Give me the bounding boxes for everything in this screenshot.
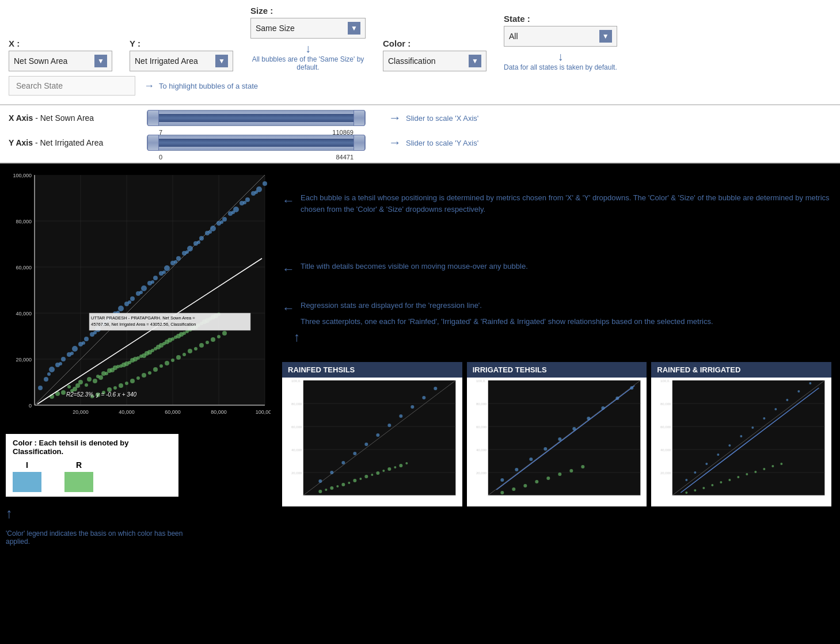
svg-point-268: [809, 382, 812, 384]
svg-point-153: [174, 260, 177, 264]
size-dropdown-arrow[interactable]: ▼: [348, 22, 360, 35]
bottom-plots: RAINFED TEHSILS: [282, 362, 831, 506]
size-hint: All bubbles are of the 'Same Size' by de…: [250, 55, 366, 71]
x-axis-slider-track[interactable]: 7 110869: [147, 110, 366, 126]
svg-point-121: [245, 197, 250, 202]
y-axis-slider-track[interactable]: 0 84471: [147, 135, 366, 151]
x-axis-slider-handle-left[interactable]: [147, 110, 159, 126]
mini-plot-irrigated: IRRIGATED TEHSILS: [467, 362, 647, 506]
svg-point-220: [500, 478, 504, 482]
y-axis-slider-handle-right[interactable]: [354, 135, 365, 151]
svg-point-94: [183, 353, 186, 356]
y-dropdown-arrow[interactable]: ▼: [215, 55, 228, 67]
svg-point-177: [376, 471, 379, 475]
legend-item-i: I: [13, 460, 41, 492]
svg-point-97: [199, 343, 204, 348]
svg-point-91: [165, 361, 169, 365]
svg-point-266: [786, 399, 789, 401]
svg-point-99: [211, 337, 215, 342]
svg-point-257: [686, 479, 688, 481]
svg-point-34: [85, 383, 88, 387]
svg-text:20,000: 20,000: [16, 357, 32, 363]
search-input[interactable]: [9, 76, 135, 96]
svg-point-119: [222, 217, 227, 222]
bubble-annotation-text: Each bubble is a tehsil whose positionin…: [301, 192, 831, 215]
svg-point-262: [740, 435, 743, 437]
search-row: → To highlight bubbles of a state: [9, 76, 831, 96]
color-dropdown-arrow[interactable]: ▼: [469, 55, 481, 67]
svg-point-70: [174, 336, 177, 339]
state-control-group: State : All ▼ ↓ Data for all states is t…: [504, 14, 617, 71]
legend-hint-row: ↑: [6, 505, 271, 521]
svg-point-219: [581, 465, 584, 468]
x-axis-slider-row: X Axis - Net Sown Area 7 110869 → Slider…: [9, 110, 831, 126]
svg-point-213: [512, 487, 515, 491]
svg-point-175: [353, 479, 356, 482]
svg-point-254: [763, 468, 766, 470]
scatter-desc: Three scatterplots, one each for 'Rainfe…: [301, 316, 713, 327]
legend-items: I R: [13, 460, 172, 492]
y-axis-slider-fill: [159, 139, 354, 147]
svg-point-143: [59, 362, 62, 365]
svg-point-25: [61, 390, 66, 395]
svg-text:80,000: 80,000: [291, 402, 302, 406]
svg-point-212: [500, 491, 504, 494]
svg-text:80,000: 80,000: [476, 402, 487, 406]
legend-color-i: [13, 472, 41, 492]
svg-point-93: [176, 355, 181, 360]
svg-point-189: [330, 471, 333, 474]
svg-point-71: [179, 332, 184, 337]
y-slider-arrow-icon: →: [389, 135, 401, 150]
svg-point-258: [694, 471, 697, 474]
regression-annotation: ← Regression stats are displayed for the…: [282, 300, 831, 345]
x-axis-slider-label: X Axis - Net Sown Area: [9, 113, 135, 123]
svg-point-102: [38, 386, 43, 390]
y-select[interactable]: Net Irrigated Area ▼: [130, 51, 233, 71]
svg-point-85: [130, 379, 135, 383]
x-select[interactable]: Net Sown Area ▼: [9, 51, 112, 71]
mini-plot-rainfed-svg: 100,0.. 80,000 60,000 40,000 20,000: [282, 378, 462, 504]
svg-point-222: [529, 458, 533, 461]
svg-point-100: [217, 335, 221, 338]
size-value: Same Size: [256, 24, 343, 33]
color-select[interactable]: Classification ▼: [383, 51, 486, 71]
svg-text:20,000: 20,000: [660, 471, 671, 475]
tooltip-annotation-text: Title with details becomes visible on mo…: [301, 261, 528, 272]
controls-panel: X : Net Sown Area ▼ Y : Net Irrigated Ar…: [0, 0, 840, 105]
svg-point-35: [93, 379, 97, 383]
size-select[interactable]: Same Size ▼: [250, 18, 366, 39]
svg-point-178: [387, 467, 391, 471]
svg-text:20,000: 20,000: [291, 471, 302, 475]
svg-point-259: [706, 463, 708, 465]
bubble-annotation: ← Each bubble is a tehsil whose position…: [282, 192, 831, 215]
svg-text:40,000: 40,000: [660, 448, 671, 452]
svg-point-249: [720, 481, 723, 483]
svg-point-83: [119, 383, 123, 388]
svg-point-173: [330, 486, 333, 490]
y-axis-slider-handle-left[interactable]: [147, 135, 159, 151]
svg-text:R2=52.3%, y = -0.6 x + 340: R2=52.3%, y = -0.6 x + 340: [66, 391, 136, 398]
sliders-section: X Axis - Net Sown Area 7 110869 → Slider…: [0, 105, 840, 163]
svg-point-89: [153, 367, 158, 372]
svg-point-181: [336, 485, 339, 487]
x-axis-slider-handle-right[interactable]: [354, 110, 365, 126]
legend-label-r: R: [76, 460, 82, 470]
svg-point-263: [752, 426, 754, 429]
state-select[interactable]: All ▼: [504, 26, 617, 47]
svg-point-55: [98, 375, 103, 380]
legend-up-arrow-icon: ↑: [6, 505, 13, 521]
state-dropdown-arrow[interactable]: ▼: [599, 30, 612, 43]
svg-text:40,000: 40,000: [16, 311, 32, 317]
x-slider-hint-text: Slider to scale 'X Axis': [406, 114, 478, 123]
search-hint-label: → To highlight bubbles of a state: [144, 80, 258, 92]
svg-point-186: [394, 466, 396, 468]
x-dropdown-arrow[interactable]: ▼: [94, 55, 107, 67]
x-axis-label-bold: X Axis: [9, 113, 33, 123]
svg-point-160: [254, 190, 258, 194]
mini-plot-irrigated-svg: R2=86.4%, y = -1.0 x + 360 100,0.. 80,00…: [467, 378, 647, 504]
svg-point-145: [82, 341, 85, 345]
svg-point-92: [171, 359, 174, 362]
y-axis-label-bold: Y Axis: [9, 138, 33, 147]
svg-point-215: [535, 480, 538, 483]
svg-point-247: [703, 487, 705, 489]
